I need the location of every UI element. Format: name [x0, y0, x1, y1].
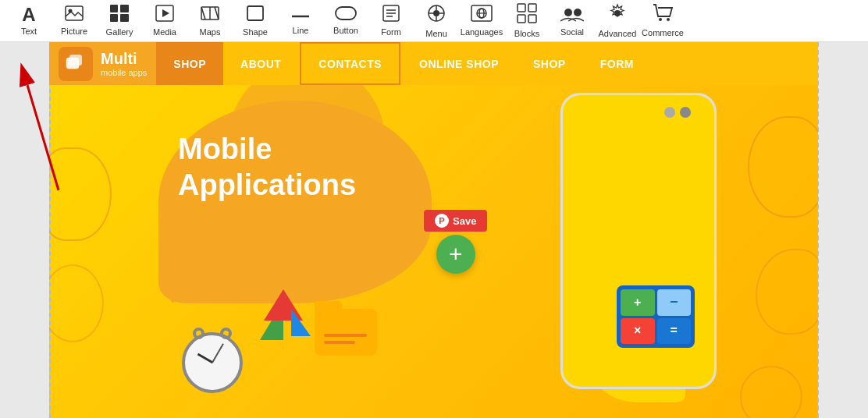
tool-picture[interactable]: Picture	[52, 0, 97, 42]
calc-minus: −	[657, 289, 692, 316]
calc-equals: =	[657, 318, 692, 345]
left-panel	[0, 42, 49, 418]
tool-shape-label: Shape	[243, 27, 268, 37]
hero-title: Mobile Applications	[178, 132, 356, 203]
svg-rect-5	[120, 14, 129, 22]
tool-line-label: Line	[293, 26, 309, 35]
tool-button[interactable]: Button	[323, 0, 368, 42]
save-plus-area: P Save +	[424, 210, 487, 274]
logo-subtitle: mobile apps	[101, 68, 147, 77]
phone-dot-2	[680, 107, 691, 118]
tool-menu[interactable]: Menu	[414, 0, 459, 42]
blocks-icon	[517, 3, 537, 27]
gallery-icon	[110, 5, 129, 25]
nav-bar: Multi mobile apps SHOP ABOUT CONTACTS ON…	[49, 42, 818, 85]
save-label: Save	[453, 215, 476, 227]
nav-contacts[interactable]: CONTACTS	[300, 42, 400, 85]
logo-icon	[59, 47, 93, 81]
deco-left-2	[49, 264, 104, 342]
form-icon	[382, 5, 400, 25]
svg-point-20	[433, 10, 439, 16]
tool-line[interactable]: Line	[278, 0, 323, 42]
button-icon	[335, 6, 357, 23]
tool-social-label: Social	[560, 27, 584, 37]
tool-advanced-label: Advanced	[599, 29, 637, 38]
clock-face	[182, 332, 243, 393]
tool-commerce-label: Commerce	[642, 28, 684, 37]
folder-line-1	[324, 334, 367, 337]
tool-shape[interactable]: Shape	[233, 0, 278, 42]
tool-languages[interactable]: Languages	[459, 0, 504, 42]
clock-hour-hand	[197, 353, 213, 364]
add-button[interactable]: +	[436, 235, 475, 274]
advanced-icon	[607, 3, 628, 27]
folder-line-2	[324, 341, 355, 344]
tool-gallery-label: Gallery	[106, 27, 133, 37]
svg-rect-31	[518, 15, 525, 23]
tool-text[interactable]: A Text	[6, 0, 52, 42]
clock-bell-left	[193, 328, 205, 339]
toolbar: A Text Picture Gallery Media Maps Shape	[0, 0, 868, 42]
svg-point-34	[574, 9, 582, 16]
svg-rect-29	[518, 4, 525, 12]
calc-plus: +	[621, 289, 655, 316]
deco-right-1	[748, 116, 818, 218]
clock-icon	[182, 332, 244, 395]
nav-form[interactable]: FORM	[583, 42, 651, 85]
svg-rect-4	[110, 14, 118, 22]
menu-icon	[426, 3, 446, 27]
tool-gallery[interactable]: Gallery	[97, 0, 142, 42]
svg-rect-2	[110, 5, 118, 12]
calculator-widget: + − × =	[617, 285, 695, 348]
svg-rect-0	[66, 6, 83, 20]
tool-menu-label: Menu	[425, 29, 447, 38]
deco-right-2	[756, 249, 818, 335]
svg-point-33	[564, 9, 572, 16]
nav-shop[interactable]: SHOP	[516, 42, 583, 85]
tool-blocks[interactable]: Blocks	[504, 0, 550, 42]
tool-media[interactable]: Media	[142, 0, 187, 42]
tool-advanced[interactable]: Advanced	[595, 0, 640, 42]
logo-text: Multi mobile apps	[101, 50, 147, 77]
phone-mockup: + − × =	[560, 93, 717, 389]
tool-languages-label: Languages	[461, 27, 503, 37]
tool-commerce[interactable]: Commerce	[640, 0, 685, 42]
tool-social[interactable]: Social	[550, 0, 595, 42]
map-blue	[291, 309, 311, 336]
phone-dot-1	[664, 107, 675, 118]
line-icon	[291, 6, 310, 23]
svg-point-36	[659, 18, 662, 21]
tool-picture-label: Picture	[61, 27, 87, 36]
folder-lines	[324, 334, 367, 344]
tool-maps[interactable]: Maps	[187, 0, 233, 42]
guide-line-right	[817, 42, 819, 418]
svg-rect-39	[69, 55, 82, 66]
logo-area: Multi mobile apps	[49, 42, 156, 85]
website-preview: Multi mobile apps SHOP ABOUT CONTACTS ON…	[49, 42, 818, 418]
tool-form[interactable]: Form	[368, 0, 414, 42]
tool-form-label: Form	[381, 27, 401, 37]
save-button[interactable]: P Save	[424, 210, 487, 232]
svg-rect-14	[336, 7, 356, 19]
folder-body	[315, 309, 377, 356]
svg-point-37	[667, 18, 670, 21]
svg-rect-3	[120, 5, 129, 12]
right-panel	[818, 42, 868, 418]
shape-icon	[246, 5, 265, 25]
nav-about[interactable]: ABOUT	[223, 42, 298, 85]
clock-bell-right	[220, 328, 232, 339]
deco-right-3	[740, 366, 802, 418]
nav-shop-active[interactable]: SHOP	[156, 42, 223, 85]
svg-marker-7	[162, 9, 169, 17]
tool-blocks-label: Blocks	[514, 29, 539, 38]
hero-text: Mobile Applications	[178, 132, 356, 203]
svg-rect-30	[528, 4, 536, 12]
nav-online-shop[interactable]: ONLINE SHOP	[402, 42, 516, 85]
picture-icon	[65, 5, 84, 24]
map-icon	[252, 289, 315, 344]
text-icon: A	[22, 5, 35, 24]
tool-media-label: Media	[153, 27, 176, 37]
phone-dots	[664, 107, 691, 118]
tool-maps-label: Maps	[200, 27, 221, 37]
tool-button-label: Button	[333, 26, 358, 35]
